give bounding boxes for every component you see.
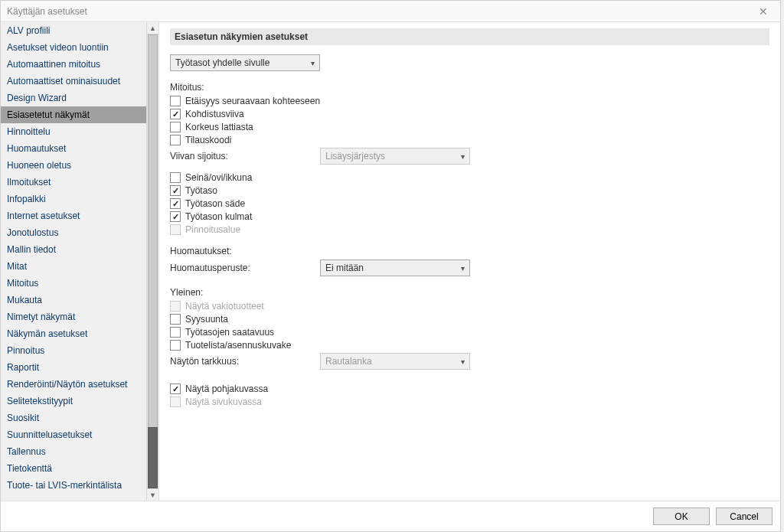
- sidebar-item[interactable]: Automaattinen mitoitus: [1, 56, 146, 73]
- sidebar-item[interactable]: Jonotulostus: [1, 224, 146, 241]
- sidebar-item[interactable]: Hinnoittelu: [1, 123, 146, 140]
- sidebar-item[interactable]: Design Wizard: [1, 90, 146, 106]
- sidebar-item-label: Tallennus: [7, 446, 46, 457]
- huomautukset-group-label: Huomautukset:: [170, 246, 769, 256]
- sidebar-item-label: Nimetyt näkymät: [7, 312, 75, 322]
- close-icon: ✕: [759, 5, 768, 18]
- sidebar-item[interactable]: Mukauta: [1, 292, 146, 308]
- chevron-down-icon: ▾: [461, 357, 465, 366]
- sidebar-item-label: Mallin tiedot: [7, 244, 56, 255]
- sidebar-item-label: Tietokenttä: [7, 463, 52, 474]
- section-header: Esiasetun näkymien asetukset: [170, 28, 769, 45]
- sidebar-item[interactable]: Mallin tiedot: [1, 241, 146, 258]
- tarkkuus-label: Näytön tarkkuus:: [170, 356, 320, 367]
- main-panel: Esiasetun näkymien asetukset Työtasot yh…: [159, 22, 780, 501]
- sidebar-item[interactable]: Automaattiset ominaisuudet: [1, 73, 146, 90]
- sidebar-item[interactable]: Huoneen oletus: [1, 157, 146, 174]
- sidebar-item-label: Tuote- tai LVIS-merkintälista: [7, 480, 122, 491]
- close-button[interactable]: ✕: [753, 4, 774, 19]
- chk-pinnoitusalue: Pinnoitusalue: [170, 224, 240, 235]
- chk-tuotelista[interactable]: Tuotelista/asennuskuvake: [170, 340, 291, 351]
- sidebar-item[interactable]: Esiasetetut näkymät: [1, 106, 146, 123]
- huomautusperuste-label: Huomautusperuste:: [170, 263, 320, 273]
- ok-button[interactable]: OK: [653, 508, 710, 525]
- cancel-button[interactable]: Cancel: [716, 508, 773, 525]
- titlebar: Käyttäjän asetukset ✕: [1, 1, 780, 22]
- sidebar-item-label: Suosikit: [7, 413, 39, 423]
- window-title: Käyttäjän asetukset: [7, 6, 753, 17]
- sidebar-item-label: Jonotulostus: [7, 227, 58, 238]
- scroll-thumb[interactable]: [148, 34, 158, 440]
- sidebar-item-label: Ilmoitukset: [7, 177, 51, 188]
- sidebar-item-label: Huoneen oletus: [7, 160, 71, 171]
- sidebar-item[interactable]: Mitat: [1, 258, 146, 275]
- sidebar-scrollbar[interactable]: ▲ ▼: [146, 22, 158, 501]
- chevron-down-icon: ▾: [311, 59, 315, 67]
- settings-dialog: Käyttäjän asetukset ✕ ALV profiiliAsetuk…: [0, 0, 781, 532]
- sidebar-item[interactable]: Nimetyt näkymät: [1, 308, 146, 325]
- sidebar-item-label: Internet asetukset: [7, 211, 80, 221]
- sidebar-item-label: Mitat: [7, 261, 27, 272]
- viivan-sijoitus-select: Lisäysjärjestys ▾: [320, 148, 470, 165]
- sidebar-item-label: Pinnoitus: [7, 345, 44, 356]
- chk-nayta-pohja[interactable]: Näytä pohjakuvassa: [170, 383, 268, 394]
- sidebar-item[interactable]: Infopalkki: [1, 191, 146, 207]
- sidebar-item-label: Selitetekstityypit: [7, 396, 73, 406]
- sidebar-item[interactable]: Raportit: [1, 359, 146, 376]
- scroll-down-arrow[interactable]: ▼: [147, 488, 158, 501]
- chk-kulmat[interactable]: Työtason kulmat: [170, 211, 252, 222]
- dialog-body: ALV profiiliAsetukset videon luontiinAut…: [1, 22, 780, 501]
- view-select-value: Työtasot yhdelle sivulle: [175, 57, 270, 68]
- sidebar-item[interactable]: Näkymän asetukset: [1, 325, 146, 342]
- sidebar-item-label: Suunnitteluasetukset: [7, 429, 92, 440]
- sidebar-item[interactable]: Tietokenttä: [1, 460, 146, 477]
- sidebar-item-label: Design Wizard: [7, 93, 67, 103]
- dialog-footer: OK Cancel: [1, 501, 780, 531]
- sidebar-item[interactable]: Suunnitteluasetukset: [1, 426, 146, 443]
- sidebar-item-label: Automaattiset ominaisuudet: [7, 76, 120, 86]
- sidebar-item[interactable]: Renderöinti/Näytön asetukset: [1, 376, 146, 393]
- sidebar-item[interactable]: ALV profiili: [1, 22, 146, 39]
- tarkkuus-select: Rautalanka ▾: [320, 353, 470, 370]
- scroll-thumb-bottom[interactable]: [148, 427, 158, 488]
- sidebar-item[interactable]: Ilmoitukset: [1, 174, 146, 191]
- chk-syysuunta[interactable]: Syysuunta: [170, 314, 228, 325]
- chk-etaisyys[interactable]: Etäisyys seuraavaan kohteeseen: [170, 96, 320, 106]
- sidebar: ALV profiiliAsetukset videon luontiinAut…: [1, 22, 146, 501]
- sidebar-item-label: Esiasetetut näkymät: [7, 109, 90, 120]
- chk-kohdistusviiva[interactable]: Kohdistusviiva: [170, 109, 244, 119]
- sidebar-item[interactable]: Tallennus: [1, 443, 146, 460]
- chevron-down-icon: ▾: [461, 152, 465, 161]
- sidebar-item[interactable]: Tuote- tai LVIS-merkintälista: [1, 477, 146, 494]
- sidebar-item[interactable]: Suosikit: [1, 410, 146, 426]
- chk-nayta-sivu: Näytä sivukuvassa: [170, 397, 262, 407]
- sidebar-item[interactable]: Mitoitus: [1, 275, 146, 292]
- sidebar-item-label: Mukauta: [7, 295, 42, 305]
- chk-tyotaso[interactable]: Työtaso: [170, 185, 217, 196]
- chk-seina[interactable]: Seinä/ovi/ikkuna: [170, 172, 252, 183]
- chk-korkeus[interactable]: Korkeus lattiasta: [170, 122, 253, 132]
- sidebar-item[interactable]: Internet asetukset: [1, 207, 146, 224]
- sidebar-item[interactable]: Asetukset videon luontiin: [1, 39, 146, 56]
- mitoitus-group-label: Mitoitus:: [170, 82, 769, 93]
- sidebar-item-label: Hinnoittelu: [7, 126, 51, 137]
- sidebar-item[interactable]: Huomautukset: [1, 140, 146, 157]
- chk-tilauskoodi[interactable]: Tilauskoodi: [170, 135, 231, 145]
- view-select[interactable]: Työtasot yhdelle sivulle ▾: [170, 54, 320, 71]
- sidebar-item-label: Näkymän asetukset: [7, 328, 87, 339]
- sidebar-item-label: ALV profiili: [7, 25, 50, 36]
- sidebar-item-label: Huomautukset: [7, 143, 66, 154]
- sidebar-item-label: Renderöinti/Näytön asetukset: [7, 379, 127, 390]
- sidebar-item[interactable]: Selitetekstityypit: [1, 393, 146, 410]
- sidebar-item-label: Automaattinen mitoitus: [7, 59, 100, 70]
- sidebar-item-label: Infopalkki: [7, 194, 46, 204]
- scroll-up-arrow[interactable]: ▲: [147, 22, 158, 34]
- chk-nayta-vakio: Näytä vakiotuotteet: [170, 301, 264, 312]
- chk-saatavuus[interactable]: Työtasojen saatavuus: [170, 327, 274, 338]
- sidebar-container: ALV profiiliAsetukset videon luontiinAut…: [1, 22, 159, 501]
- chevron-down-icon: ▾: [461, 264, 465, 273]
- chk-sade[interactable]: Työtason säde: [170, 198, 245, 209]
- viivan-sijoitus-label: Viivan sijoitus:: [170, 151, 320, 162]
- sidebar-item[interactable]: Pinnoitus: [1, 342, 146, 359]
- huomautusperuste-select[interactable]: Ei mitään ▾: [320, 259, 470, 276]
